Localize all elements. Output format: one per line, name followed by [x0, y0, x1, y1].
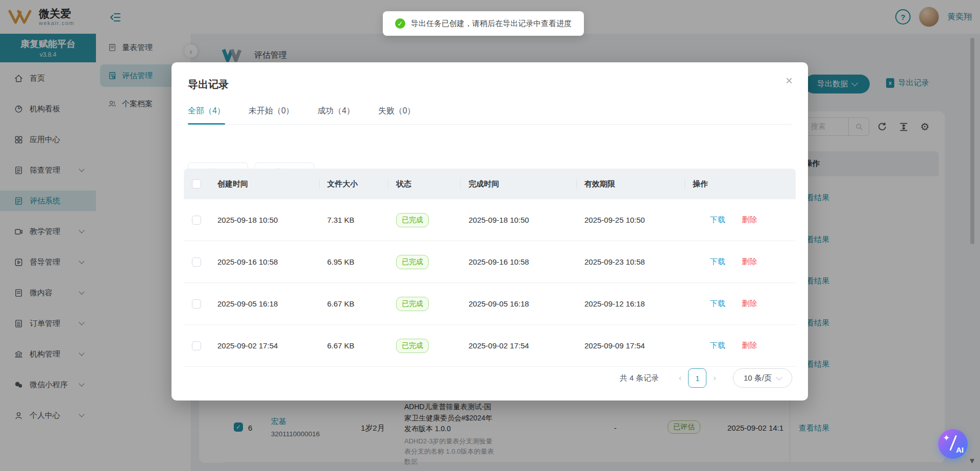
table-row: 2025-09-16 10:58 6.95 KB 已完成 2025-09-16 … — [184, 241, 796, 283]
select-all-checkbox[interactable] — [192, 179, 201, 189]
page-size-select[interactable]: 10 条/页 — [733, 368, 792, 388]
table-row: 2025-09-18 10:50 7.31 KB 已完成 2025-09-18 … — [184, 199, 796, 241]
file-size-cell: 7.31 KB — [319, 216, 388, 224]
created-time-cell: 2025-09-02 17:54 — [209, 341, 319, 350]
column-header: 完成时间 — [460, 169, 576, 199]
tab[interactable]: 成功（4） — [317, 105, 355, 116]
expire-time-cell: 2025-09-23 10:58 — [576, 257, 684, 266]
status-badge: 已完成 — [396, 297, 429, 311]
expire-time-cell: 2025-09-12 16:18 — [576, 299, 684, 308]
delete-link[interactable]: 删除 — [742, 257, 757, 266]
file-size-cell: 6.95 KB — [319, 257, 388, 266]
close-icon[interactable]: × — [786, 75, 793, 87]
column-header: 文件大小 — [319, 169, 388, 199]
download-link[interactable]: 下载 — [710, 215, 725, 224]
status-badge: 已完成 — [396, 213, 429, 227]
page-number[interactable]: 1 — [688, 368, 706, 388]
created-time-cell: 2025-09-18 10:50 — [209, 216, 319, 224]
tab[interactable]: 失败（0） — [378, 105, 415, 116]
download-link[interactable]: 下载 — [710, 257, 725, 266]
sparkle-icon: ✦ — [943, 433, 950, 443]
status-badge: 已完成 — [396, 255, 429, 269]
toast-message: 导出任务已创建，请稍后在导出记录中查看进度 — [411, 19, 572, 29]
row-checkbox[interactable] — [192, 341, 201, 350]
tab-label: 全部（4） — [188, 106, 225, 115]
status-badge: 已完成 — [396, 339, 429, 353]
tab[interactable]: 未开始（0） — [249, 105, 294, 116]
table-row: 2025-09-02 17:54 6.67 KB 已完成 2025-09-02 … — [184, 325, 796, 367]
total-records: 共 4 条记录 — [620, 373, 659, 383]
delete-link[interactable]: 删除 — [742, 215, 757, 224]
row-checkbox[interactable] — [192, 257, 201, 267]
next-page-icon[interactable]: › — [713, 373, 716, 383]
tab-label: 成功（4） — [317, 106, 355, 115]
finished-time-cell: 2025-09-05 16:18 — [460, 299, 576, 308]
table-body: 2025-09-18 10:50 7.31 KB 已完成 2025-09-18 … — [184, 199, 796, 367]
export-records-table: 创建时间 文件大小 状态 完成时间 有效期限 操作 2025-09-18 10:… — [184, 169, 796, 367]
tab[interactable]: 全部（4） — [188, 105, 225, 116]
download-link[interactable]: 下载 — [710, 341, 725, 349]
ai-label: AI — [956, 445, 964, 454]
expire-time-cell: 2025-09-25 10:50 — [576, 216, 684, 224]
file-size-cell: 6.67 KB — [319, 341, 388, 350]
success-toast: ✓ 导出任务已创建，请稍后在导出记录中查看进度 — [383, 11, 584, 36]
column-header: 创建时间 — [209, 169, 319, 199]
table-row: 2025-09-05 16:18 6.67 KB 已完成 2025-09-05 … — [184, 283, 796, 325]
finished-time-cell: 2025-09-02 17:54 — [460, 341, 576, 350]
finished-time-cell: 2025-09-18 10:50 — [460, 216, 576, 224]
modal-tabs: 全部（4） 未开始（0） 成功（4） 失败（0） — [188, 105, 792, 125]
column-header: 有效期限 — [576, 169, 684, 199]
delete-link[interactable]: 删除 — [742, 341, 757, 349]
chevron-down-icon — [776, 374, 782, 381]
table-header-row: 创建时间 文件大小 状态 完成时间 有效期限 操作 — [184, 169, 796, 199]
ai-assistant-button[interactable]: ✦ AI — [938, 429, 968, 459]
file-size-cell: 6.67 KB — [319, 299, 388, 308]
created-time-cell: 2025-09-05 16:18 — [209, 299, 319, 308]
column-header: 状态 — [388, 169, 460, 199]
modal-title: 导出记录 — [188, 78, 229, 91]
success-check-icon: ✓ — [395, 18, 405, 29]
row-checkbox[interactable] — [192, 299, 201, 309]
pagination: 共 4 条记录 ‹ 1 › 10 条/页 — [620, 368, 792, 388]
row-checkbox[interactable] — [192, 216, 201, 225]
page-size-value: 10 条/页 — [744, 373, 772, 383]
finished-time-cell: 2025-09-16 10:58 — [460, 257, 576, 266]
created-time-cell: 2025-09-16 10:58 — [209, 257, 319, 266]
delete-link[interactable]: 删除 — [742, 299, 757, 308]
tab-label: 未开始（0） — [249, 106, 294, 115]
caret-down-icon[interactable]: ▼ — [968, 456, 976, 465]
download-link[interactable]: 下载 — [710, 299, 725, 308]
column-header: 操作 — [684, 169, 796, 199]
prev-page-icon[interactable]: ‹ — [679, 373, 682, 383]
export-records-modal: 导出记录 × 全部（4） 未开始（0） 成功（4） 失败（0） 批量下载 — [172, 62, 808, 401]
expire-time-cell: 2025-09-09 17:54 — [576, 341, 684, 350]
tab-label: 失败（0） — [378, 106, 415, 115]
